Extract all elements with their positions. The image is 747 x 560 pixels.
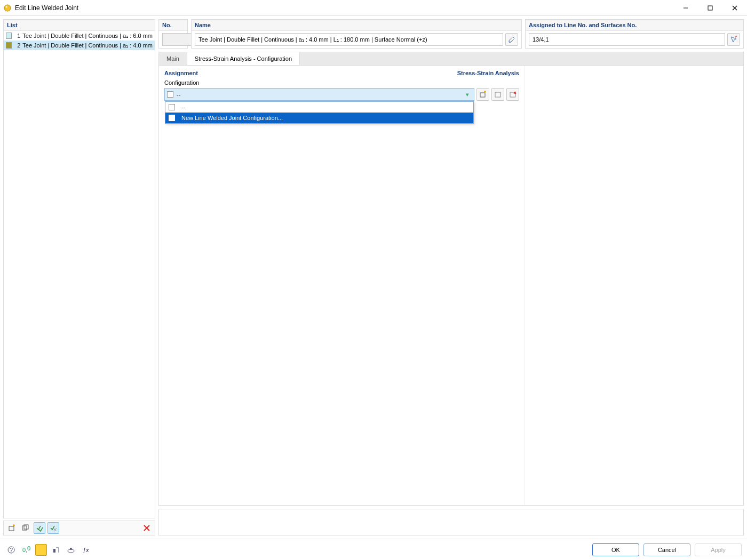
- list-item-label: Tee Joint | Double Fillet | Continuous |…: [22, 33, 153, 39]
- script-button[interactable]: ƒx: [80, 544, 92, 556]
- configuration-dropdown[interactable]: -- New Line Welded Joint Configuration..…: [165, 101, 474, 124]
- list-item-number: 2: [14, 42, 20, 49]
- dropdown-option-new-config[interactable]: New Line Welded Joint Configuration...: [165, 113, 473, 123]
- apply-button: Apply: [695, 543, 742, 556]
- svg-text:00: 00: [27, 546, 30, 551]
- svg-text:ƒx: ƒx: [83, 547, 89, 553]
- view-button[interactable]: [65, 544, 77, 556]
- display-mode-button[interactable]: [50, 544, 62, 556]
- tab-strip: Main Stress-Strain Analysis - Configurat…: [158, 52, 744, 65]
- details-footer-pane: [158, 509, 744, 535]
- svg-rect-7: [22, 526, 27, 530]
- dialog-footer: ? 0,00 ƒx OK Cancel Apply: [0, 539, 747, 560]
- svg-rect-16: [495, 92, 500, 97]
- list-item[interactable]: 2 Tee Joint | Double Fillet | Continuous…: [4, 41, 155, 50]
- tab-stress-strain-config[interactable]: Stress-Strain Analysis - Configuration: [187, 52, 300, 65]
- ok-button[interactable]: OK: [592, 543, 639, 556]
- dropdown-option-none[interactable]: --: [165, 102, 473, 113]
- list-item[interactable]: 1 Tee Joint | Double Fillet | Continuous…: [4, 31, 155, 41]
- joint-list[interactable]: 1 Tee Joint | Double Fillet | Continuous…: [4, 31, 155, 518]
- duplicate-item-button[interactable]: [20, 522, 31, 534]
- svg-rect-6: [9, 526, 14, 531]
- preview-pane: [525, 66, 743, 505]
- window-title: Edit Line Welded Joint: [15, 4, 673, 12]
- new-config-button[interactable]: [476, 88, 489, 101]
- check-all-button[interactable]: [34, 522, 45, 534]
- svg-point-0: [4, 5, 11, 11]
- delete-item-button[interactable]: [141, 522, 153, 534]
- cancel-button[interactable]: Cancel: [643, 543, 690, 556]
- option-label: --: [181, 104, 185, 110]
- option-swatch: [169, 104, 175, 110]
- svg-line-14: [735, 36, 737, 37]
- uncheck-all-button[interactable]: [47, 522, 59, 534]
- list-header: List: [4, 20, 155, 31]
- no-label: No.: [159, 20, 187, 31]
- svg-point-1: [6, 6, 7, 7]
- close-button[interactable]: [722, 0, 747, 16]
- help-button[interactable]: ?: [5, 544, 17, 556]
- pick-in-view-button[interactable]: [727, 33, 740, 46]
- combo-selected-text: --: [177, 91, 463, 98]
- list-item-label: Tee Joint | Double Fillet | Continuous |…: [22, 42, 153, 49]
- option-swatch: [169, 115, 175, 121]
- units-button[interactable]: 0,00: [20, 544, 32, 556]
- svg-text:0,: 0,: [22, 547, 27, 553]
- app-icon: [3, 4, 12, 12]
- svg-rect-8: [24, 525, 28, 529]
- svg-rect-24: [53, 549, 55, 553]
- svg-rect-15: [480, 93, 485, 97]
- svg-rect-3: [708, 6, 712, 10]
- assigned-field[interactable]: [529, 33, 725, 46]
- color-button[interactable]: [35, 544, 47, 556]
- delete-config-button[interactable]: [506, 88, 519, 101]
- edit-name-button[interactable]: [505, 33, 518, 46]
- name-field[interactable]: [195, 33, 503, 46]
- color-swatch: [6, 42, 12, 49]
- minimize-button[interactable]: [673, 0, 698, 16]
- new-item-button[interactable]: [6, 522, 18, 534]
- configuration-label: Configuration: [164, 79, 519, 86]
- assigned-label: Assigned to Line No. and Surfaces No.: [526, 20, 743, 31]
- svg-point-26: [70, 548, 72, 550]
- stress-strain-analysis-link[interactable]: Stress-Strain Analysis: [457, 70, 519, 76]
- list-item-number: 1: [14, 33, 20, 39]
- list-toolbar: [3, 521, 155, 535]
- assignment-heading: Assignment: [164, 70, 198, 76]
- open-config-button[interactable]: [491, 88, 504, 101]
- combo-swatch: [167, 91, 173, 98]
- chevron-down-icon: ▾: [463, 91, 472, 98]
- tab-main[interactable]: Main: [159, 52, 187, 65]
- titlebar: Edit Line Welded Joint: [0, 0, 747, 16]
- svg-text:?: ?: [10, 547, 13, 553]
- name-label: Name: [192, 20, 521, 31]
- maximize-button[interactable]: [698, 0, 722, 16]
- color-swatch: [6, 33, 12, 39]
- option-label: New Line Welded Joint Configuration...: [181, 115, 283, 121]
- configuration-combo[interactable]: -- ▾ -- New Line Welded Joint Configurat…: [164, 88, 474, 101]
